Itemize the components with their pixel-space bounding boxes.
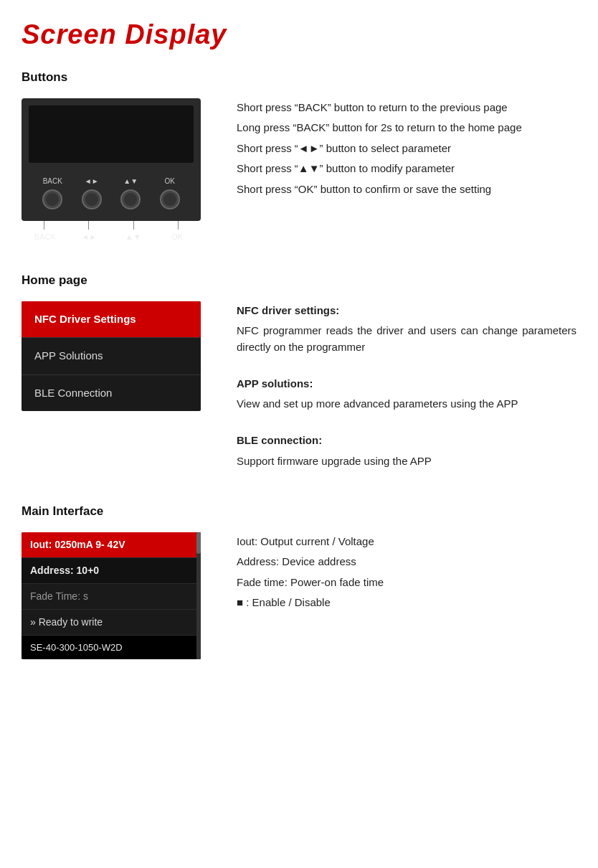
btn-desc-1: Short press “BACK” button to return to t… (237, 100, 576, 116)
mi-row-fade: Fade Time: s (22, 584, 201, 610)
buttons-section: Buttons BACK ◄► (22, 68, 576, 242)
label-ud: ▲▼ (123, 231, 144, 243)
app-desc-title: APP solutions: (237, 376, 576, 392)
main-interface-box: Iout: 0250mA 9- 42V Address: 10+0 Fade T… (22, 532, 201, 660)
btn-ud-circle[interactable] (120, 189, 141, 209)
nfc-desc-title: NFC driver settings: (237, 303, 576, 319)
btn-back-circle[interactable] (42, 189, 62, 209)
btn-desc-2: Long press “BACK” button for 2s to retur… (237, 120, 576, 136)
scrollbar-indicator (196, 532, 201, 660)
btn-ud-group: ▲▼ (120, 176, 141, 209)
btn-ok-label-top: OK (165, 176, 175, 187)
mi-row-serial: SE-40-300-1050-W2D (22, 636, 201, 660)
mi-desc-1: Address: Device address (237, 554, 576, 570)
home-menu-wrap: NFC Driver Settings APP Solutions BLE Co… (22, 301, 215, 412)
homepage-description: NFC driver settings: NFC programmer read… (237, 301, 576, 474)
label-ok: OK (166, 231, 188, 243)
btn-ok-inner (163, 193, 176, 206)
homepage-heading: Home page (22, 271, 576, 290)
btn-labels-row: BACK ◄► ▲▼ OK (22, 231, 201, 243)
btn-desc-5: Short press “OK” button to confirm or sa… (237, 181, 576, 198)
menu-item-app[interactable]: APP Solutions (22, 338, 201, 375)
app-desc-body: View and set up more advanced parameters… (237, 396, 576, 412)
device-illustration: BACK ◄► ▲▼ (22, 98, 215, 243)
main-interface-section: Main Interface Iout: 0250mA 9- 42V Addre… (22, 502, 576, 659)
mi-desc-0: Iout: Output current / Voltage (237, 534, 576, 550)
mi-row-ready: » Ready to write (22, 610, 201, 636)
mi-row-address: Address: 10+0 (22, 558, 201, 584)
btn-ud-label-top: ▲▼ (123, 176, 138, 187)
main-interface-wrap: Iout: 0250mA 9- 42V Address: 10+0 Fade T… (22, 532, 215, 660)
buttons-description: Short press “BACK” button to return to t… (237, 98, 576, 202)
btn-ok-group: OK (160, 176, 180, 209)
ble-desc-body: Support firmware upgrade using the APP (237, 453, 576, 470)
btn-ud-inner (124, 193, 137, 206)
mi-row-iout: Iout: 0250mA 9- 42V (22, 532, 201, 558)
device-screen (29, 105, 194, 163)
btn-lr-circle[interactable] (82, 189, 102, 209)
label-back: BACK (34, 231, 56, 243)
btn-back-group: BACK (42, 176, 62, 209)
homepage-section: Home page NFC Driver Settings APP Soluti… (22, 271, 576, 473)
label-lr: ◄► (78, 231, 100, 243)
btn-desc-3: Short press “◄►” button to select parame… (237, 141, 576, 157)
menu-item-nfc[interactable]: NFC Driver Settings (22, 301, 201, 339)
btn-ok-circle[interactable] (160, 189, 180, 209)
ble-desc-title: BLE connection: (237, 433, 576, 449)
btn-back-label-top: BACK (43, 176, 62, 187)
btn-desc-4: Short press “▲▼” button to modify parame… (237, 161, 576, 177)
btn-lr-label-top: ◄► (85, 176, 99, 187)
home-menu: NFC Driver Settings APP Solutions BLE Co… (22, 301, 201, 412)
mi-desc-2: Fade time: Power-on fade time (237, 575, 576, 591)
btn-lr-group: ◄► (82, 176, 102, 209)
buttons-row: BACK ◄► ▲▼ (29, 176, 194, 209)
scrollbar-thumb (196, 532, 201, 554)
main-interface-description: Iout: Output current / Voltage Address: … (237, 532, 576, 615)
nfc-desc-body: NFC programmer reads the driver and user… (237, 323, 576, 355)
main-interface-heading: Main Interface (22, 502, 576, 521)
menu-item-ble[interactable]: BLE Connection (22, 375, 201, 412)
buttons-heading: Buttons (22, 68, 576, 87)
btn-back-inner (46, 193, 59, 206)
mi-desc-3: ■ : Enable / Disable (237, 595, 576, 611)
page-title: Screen Display (22, 14, 576, 55)
btn-lr-inner (85, 193, 98, 206)
device-box: BACK ◄► ▲▼ (22, 98, 201, 221)
